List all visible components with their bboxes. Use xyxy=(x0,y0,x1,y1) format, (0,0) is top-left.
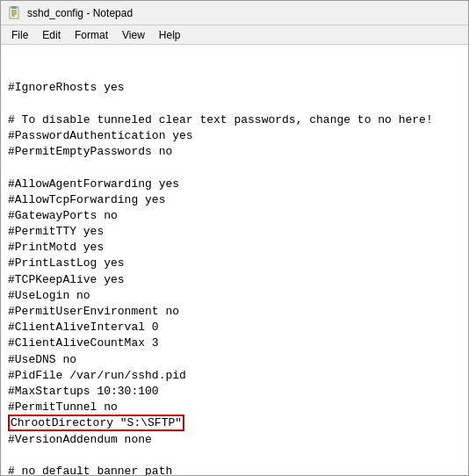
menu-view[interactable]: View xyxy=(115,27,152,43)
menu-bar: File Edit Format View Help xyxy=(1,25,468,45)
notepad-window: sshd_config - Notepad File Edit Format V… xyxy=(0,0,469,476)
editor-line: #GatewayPorts no xyxy=(8,208,461,224)
menu-file[interactable]: File xyxy=(4,27,35,43)
editor-line: #PermitUserEnvironment no xyxy=(8,304,461,320)
editor-line: # To disable tunneled clear text passwor… xyxy=(8,112,461,128)
editor-line: #PrintMotd yes xyxy=(8,240,461,256)
title-bar: sshd_config - Notepad xyxy=(1,1,468,25)
editor-line: #MaxStartups 10:30:100 xyxy=(8,384,461,400)
editor-line: #PermitEmptyPasswords no xyxy=(8,144,461,160)
editor-line xyxy=(8,448,461,464)
menu-help[interactable]: Help xyxy=(152,27,188,43)
editor-line: #PasswordAuthentication yes xyxy=(8,128,461,144)
menu-edit[interactable]: Edit xyxy=(35,27,68,43)
editor-line-highlighted: ChrootDirectory "S:\SFTP" xyxy=(8,415,461,431)
editor-line: # no default banner path xyxy=(8,464,461,475)
editor-line: #UseDNS no xyxy=(8,352,461,368)
editor-line: #ClientAliveInterval 0 xyxy=(8,320,461,335)
menu-format[interactable]: Format xyxy=(68,27,115,43)
window-title: sshd_config - Notepad xyxy=(27,7,133,19)
editor-line: #AllowTcpForwarding yes xyxy=(8,192,461,208)
editor-line: #PrintLastLog yes xyxy=(8,256,461,271)
notepad-icon xyxy=(8,6,22,20)
editor-line: #UseLogin no xyxy=(8,288,461,304)
editor-line xyxy=(8,160,461,176)
editor-line: #IgnoreRhosts yes xyxy=(8,80,461,96)
editor-line: #TCPKeepAlive yes xyxy=(8,272,461,288)
editor-line: #PermitTTY yes xyxy=(8,224,461,240)
editor-line: #AllowAgentForwarding yes xyxy=(8,177,461,192)
editor-line xyxy=(8,97,461,112)
editor-line: #PermitTunnel no xyxy=(8,400,461,415)
editor-line: #PidFile /var/run/sshd.pid xyxy=(8,368,461,384)
editor-line: #ClientAliveCountMax 3 xyxy=(8,335,461,351)
svg-rect-1 xyxy=(11,6,17,9)
editor-area[interactable]: #IgnoreRhosts yes # To disable tunneled … xyxy=(1,45,468,475)
editor-line: #VersionAddendum none xyxy=(8,432,461,448)
